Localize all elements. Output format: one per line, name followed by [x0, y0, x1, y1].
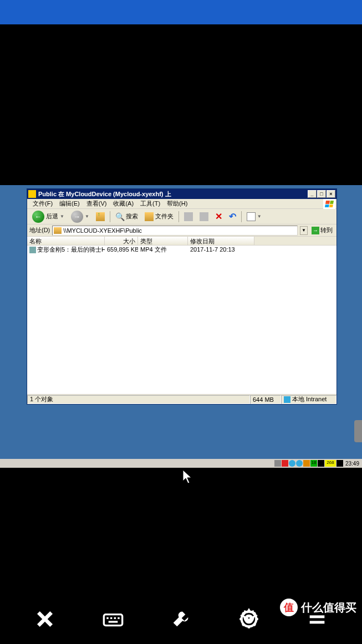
go-arrow-icon: →	[312, 227, 319, 234]
folder-icon	[28, 190, 36, 198]
menu-favorites[interactable]: 收藏(A)	[110, 198, 137, 209]
tray-icon[interactable]	[282, 460, 288, 467]
tray-icon[interactable]	[296, 460, 303, 467]
svg-rect-9	[309, 621, 324, 623]
file-modified: 2017-11-7 20:13	[188, 246, 254, 253]
svg-rect-3	[114, 617, 116, 619]
menu-tools[interactable]: 工具(T)	[137, 198, 164, 209]
undo-button[interactable]: ↶	[226, 211, 239, 223]
list-item[interactable]: 变形金刚5：最后的骑士HD... 659,895 KB MP4 文件 2017-…	[27, 246, 336, 253]
views-icon	[247, 212, 256, 221]
folders-icon	[145, 212, 154, 221]
settings-button[interactable]	[236, 606, 262, 632]
menu-bar: 文件(F) 编辑(E) 查看(V) 收藏(A) 工具(T) 帮助(H)	[27, 199, 336, 209]
up-button[interactable]: ↑	[93, 211, 108, 223]
folder-up-icon: ↑	[96, 212, 105, 221]
watermark: 值 什么值得买	[280, 599, 356, 616]
address-input[interactable]: \\MYCLOUD-XYEXHF\Public	[52, 226, 298, 236]
intranet-icon	[284, 396, 290, 403]
address-label: 地址(D)	[29, 226, 50, 234]
tray-icon[interactable]	[318, 460, 324, 467]
keyboard-button[interactable]	[100, 606, 126, 632]
menu-file[interactable]: 文件(F)	[29, 198, 56, 209]
close-button[interactable]: ×	[327, 190, 335, 198]
views-button[interactable]: ▼	[244, 211, 264, 223]
menu-view[interactable]: 查看(V)	[83, 198, 110, 209]
menu-help[interactable]: 帮助(H)	[164, 198, 191, 209]
svg-rect-5	[109, 621, 118, 622]
address-bar: 地址(D) \\MYCLOUD-XYEXHF\Public ▼ → 转到	[27, 224, 336, 237]
folders-button[interactable]: 文件夹	[142, 211, 176, 223]
column-name[interactable]: 名称	[27, 237, 105, 245]
search-icon: 🔍	[115, 212, 124, 221]
folders-label: 文件夹	[155, 212, 174, 221]
window-title: Public 在 MyCloudDevice (Mycloud-xyexhf) …	[38, 190, 308, 198]
copy-icon	[200, 212, 208, 221]
svg-point-7	[246, 616, 252, 622]
address-path: \\MYCLOUD-XYEXHF\Public	[63, 227, 142, 234]
video-file-icon	[29, 247, 36, 253]
back-button[interactable]: ← 后退 ▼	[29, 211, 67, 223]
file-type: MP4 文件	[138, 246, 188, 254]
windows-logo-icon	[323, 199, 335, 209]
svg-rect-4	[118, 617, 119, 619]
watermark-badge-icon: 值	[280, 599, 298, 616]
tray-icon[interactable]	[303, 460, 310, 467]
status-zone: 本地 Intranet	[281, 395, 336, 404]
tray-icon[interactable]: 268	[325, 460, 336, 467]
forward-button[interactable]: → ▼	[68, 211, 92, 223]
toolbar: ← 后退 ▼ → ▼ ↑ 🔍 搜索 文件夹 ✕ ↶ ▼	[27, 209, 336, 224]
mobile-status-bar	[0, 0, 362, 24]
column-size[interactable]: 大小	[105, 237, 138, 245]
file-list[interactable]: 变形金刚5：最后的骑士HD... 659,895 KB MP4 文件 2017-…	[27, 246, 336, 394]
side-tab[interactable]	[354, 420, 362, 442]
svg-rect-2	[110, 617, 112, 619]
taskbar[interactable]: 18 268 23:49	[0, 459, 362, 468]
status-objects: 1 个对象	[27, 395, 250, 404]
file-name: 变形金刚5：最后的骑士HD...	[37, 246, 105, 253]
delete-button[interactable]: ✕	[212, 211, 225, 223]
column-type[interactable]: 类型	[138, 237, 188, 245]
tray-icon[interactable]: 18	[310, 460, 317, 467]
tray-icon[interactable]	[336, 460, 343, 467]
back-label: 后退	[46, 212, 58, 221]
delete-icon: ✕	[215, 211, 222, 222]
window-titlebar[interactable]: Public 在 MyCloudDevice (Mycloud-xyexhf) …	[27, 189, 336, 199]
svg-rect-0	[104, 615, 122, 626]
column-modified[interactable]: 修改日期	[188, 237, 254, 245]
address-dropdown-button[interactable]: ▼	[300, 226, 308, 235]
status-bar: 1 个对象 644 MB 本地 Intranet	[27, 394, 336, 404]
move-icon	[184, 212, 193, 221]
maximize-button[interactable]: □	[317, 190, 326, 198]
minimize-button[interactable]: _	[308, 190, 317, 198]
undo-icon: ↶	[229, 211, 236, 222]
tray-icon[interactable]	[289, 460, 295, 467]
column-headers: 名称 大小 类型 修改日期	[27, 237, 336, 246]
mouse-cursor-icon	[183, 470, 194, 488]
forward-arrow-icon: →	[71, 211, 83, 223]
tools-button[interactable]	[167, 606, 194, 632]
tray-icon[interactable]	[274, 460, 281, 467]
explorer-window: Public 在 MyCloudDevice (Mycloud-xyexhf) …	[27, 188, 337, 405]
close-button[interactable]	[32, 606, 58, 632]
share-folder-icon	[54, 227, 62, 234]
copy-to-button[interactable]	[197, 211, 211, 223]
back-arrow-icon: ←	[32, 211, 44, 223]
svg-rect-1	[106, 617, 108, 619]
search-button[interactable]: 🔍 搜索	[113, 211, 141, 223]
taskbar-clock[interactable]: 23:49	[344, 461, 361, 467]
go-label: 转到	[320, 226, 333, 234]
move-to-button[interactable]	[181, 211, 196, 223]
go-button[interactable]: → 转到	[310, 226, 334, 236]
file-size: 659,895 KB	[105, 246, 138, 253]
search-label: 搜索	[126, 212, 138, 221]
status-size: 644 MB	[250, 395, 281, 404]
menu-edit[interactable]: 编辑(E)	[56, 198, 83, 209]
watermark-text: 什么值得买	[301, 600, 356, 615]
